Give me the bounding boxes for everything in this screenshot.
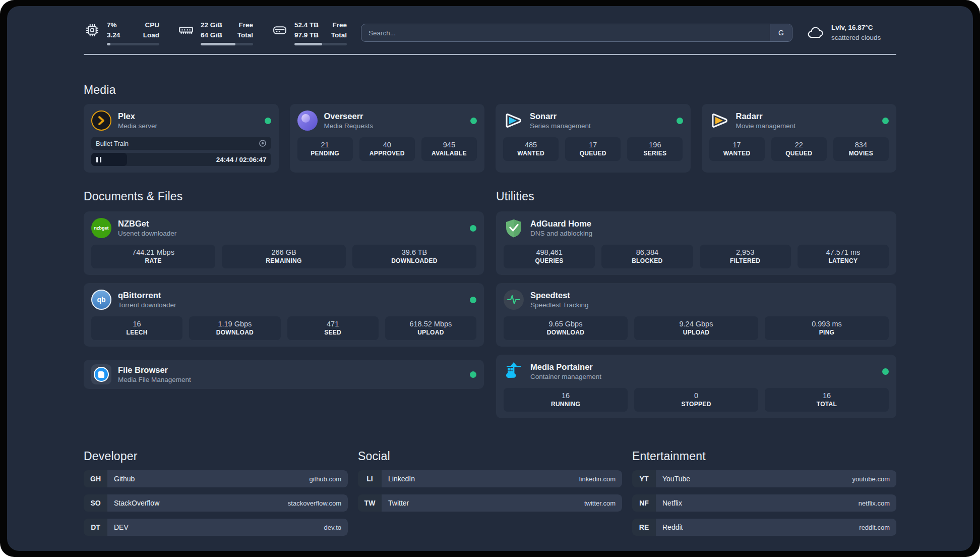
stat-tile: 9.24 Gbps UPLOAD [634, 316, 758, 340]
pause-button[interactable] [91, 153, 127, 166]
entertainment-section-title: Entertainment [632, 450, 896, 463]
bookmark-linkedin[interactable]: LI LinkedIn linkedin.com [358, 470, 622, 487]
app-card-qbittorrent[interactable]: qb qBittorrent Torrent downloader 16 LEE… [84, 283, 484, 347]
stat-label: QUEUED [568, 150, 618, 157]
app-card-filebrowser[interactable]: File Browser Media File Management [84, 360, 484, 389]
cpu-usage-label: CPU [143, 20, 159, 30]
stat-tile: 2,953 FILTERED [700, 245, 791, 268]
search-engine-button[interactable]: G [770, 24, 792, 41]
sonarr-description: Series management [530, 122, 591, 131]
radarr-status-dot [882, 118, 889, 124]
app-card-overseerr[interactable]: Overseerr Media Requests 21 PENDING 40 A… [290, 104, 485, 173]
stat-value: 16 [94, 320, 179, 328]
nzbget-status-dot [470, 225, 476, 232]
app-card-adguard[interactable]: AdGuard Home DNS and adblocking 498,461 … [496, 211, 896, 275]
stat-tile: 485 WANTED [503, 137, 559, 161]
bookmark-dev[interactable]: DT DEV dev.to [84, 519, 348, 536]
player-progress-bar: 24:44 / 02:06:47 [91, 153, 271, 166]
qbittorrent-name: qBittorrent [118, 290, 176, 301]
stat-value: 2,953 [703, 248, 788, 256]
bookmark-url: linkedin.com [579, 475, 616, 483]
stat-tile: 17 WANTED [709, 137, 765, 161]
speedtest-description: Speedtest Tracking [530, 301, 589, 310]
bookmark-abbr: DT [84, 519, 107, 536]
bookmark-name: YouTube [662, 475, 690, 483]
stat-label: PENDING [300, 150, 350, 157]
bookmark-github[interactable]: GH Github github.com [84, 470, 348, 487]
disk-icon [271, 22, 288, 39]
bookmark-name: Github [114, 475, 135, 483]
stat-value: 266 GB [225, 248, 343, 256]
disk-free-label: Free [331, 20, 347, 30]
plex-status-dot [265, 118, 271, 124]
stat-value: 744.21 Mbps [94, 248, 212, 256]
disk-total-label: Total [331, 30, 347, 40]
documents-section-title: Documents & Files [84, 190, 484, 203]
stat-tile: 9.65 Gbps DOWNLOAD [504, 316, 628, 340]
app-card-speedtest[interactable]: Speedtest Speedtest Tracking 9.65 Gbps D… [496, 283, 896, 347]
stat-value: 485 [506, 141, 556, 149]
radarr-name: Radarr [736, 111, 796, 122]
stat-label: UPLOAD [637, 329, 755, 336]
bookmark-name: DEV [114, 523, 129, 531]
weather-condition: scattered clouds [831, 33, 881, 43]
overseerr-description: Media Requests [324, 122, 374, 131]
plex-description: Media server [118, 122, 157, 131]
overseerr-name: Overseerr [324, 111, 374, 122]
bookmark-abbr: YT [632, 470, 656, 487]
bookmark-abbr: RE [632, 519, 656, 536]
cpu-progress-fill [107, 43, 110, 45]
stat-value: 0 [637, 392, 755, 400]
social-section-title: Social [358, 450, 622, 463]
bookmark-url: twitter.com [584, 499, 616, 507]
cpu-progress-track [107, 43, 159, 45]
filebrowser-description: Media File Management [118, 375, 191, 384]
cpu-load-label: Load [143, 30, 159, 40]
bookmark-youtube[interactable]: YT YouTube youtube.com [632, 470, 896, 487]
stat-tile: 16 LEECH [91, 316, 182, 340]
bookmark-reddit[interactable]: RE Reddit reddit.com [632, 519, 896, 536]
bookmark-stackoverflow[interactable]: SO StackOverflow stackoverflow.com [84, 494, 348, 512]
app-card-radarr[interactable]: Radarr Movie management 17 WANTED 22 QUE… [702, 104, 897, 173]
section-developer: Developer GH Github github.com SO StackO… [84, 450, 348, 543]
stat-label: SERIES [630, 150, 680, 157]
stat-tile: 1.19 Gbps DOWNLOAD [189, 316, 280, 340]
app-card-portainer[interactable]: Media Portainer Container management 16 … [496, 355, 896, 418]
stat-value: 945 [424, 141, 474, 149]
search-input[interactable] [361, 24, 770, 41]
nzbget-name: NZBGet [118, 218, 176, 229]
stat-tile: 21 PENDING [297, 137, 353, 161]
memory-progress-fill [201, 43, 235, 45]
memory-progress-track [201, 43, 253, 45]
bookmark-netflix[interactable]: NF Netflix netflix.com [632, 494, 896, 512]
dashboard: 7% 3.24 CPU Load [7, 6, 973, 551]
stat-value: 834 [836, 141, 886, 149]
app-card-plex[interactable]: Plex Media server Bullet Train [84, 104, 279, 173]
app-card-nzbget[interactable]: nzbget NZBGet Usenet downloader 744.21 M… [84, 211, 484, 275]
developer-section-title: Developer [84, 450, 348, 463]
stat-value: 9.24 Gbps [637, 320, 755, 328]
stat-label: AVAILABLE [424, 150, 474, 157]
disk-progress-track [294, 43, 347, 45]
stat-tile: 39.6 TB DOWNLOADED [352, 245, 476, 268]
portainer-name: Media Portainer [530, 362, 601, 372]
stat-label: WANTED [712, 150, 762, 157]
stat-label: UPLOAD [388, 329, 473, 336]
plex-name: Plex [118, 111, 157, 122]
stat-label: REMAINING [225, 257, 343, 264]
cpu-usage-value: 7% [107, 20, 120, 30]
cpu-icon [84, 22, 101, 39]
stat-tile: 16 RUNNING [504, 388, 628, 412]
disk-monitor: 52.4 TB 97.9 TB Free Total [271, 20, 347, 45]
weather-location-temp: Lviv, 16.87°C [831, 23, 881, 33]
bookmark-name: LinkedIn [388, 475, 415, 483]
memory-total-label: Total [237, 30, 253, 40]
app-card-sonarr[interactable]: Sonarr Series management 485 WANTED 17 Q… [496, 104, 691, 173]
stat-value: 618.52 Mbps [388, 320, 473, 328]
search-bar: G [361, 24, 792, 42]
stat-label: LATENCY [801, 257, 886, 264]
bookmark-twitter[interactable]: TW Twitter twitter.com [358, 494, 622, 512]
nzbget-icon-text: nzbget [94, 226, 109, 231]
bookmark-abbr: NF [632, 494, 656, 512]
qbittorrent-status-dot [470, 297, 476, 303]
